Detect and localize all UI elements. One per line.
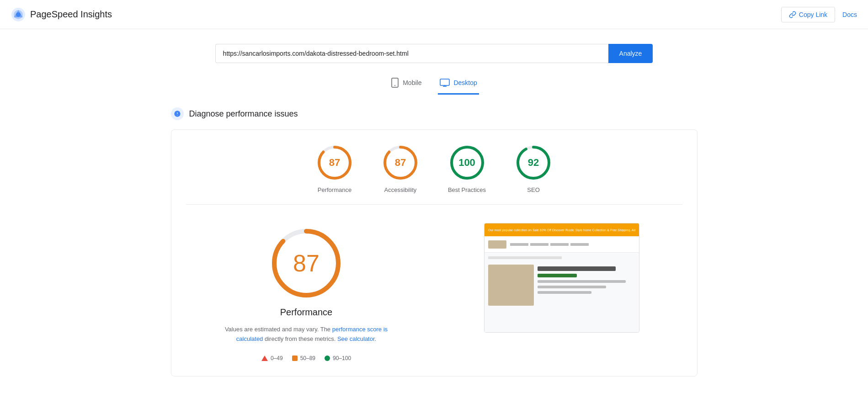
score-item-best-practices: 100 Best Practices (448, 144, 486, 193)
best-practices-label: Best Practices (448, 186, 486, 193)
svg-point-2 (16, 12, 21, 17)
analyze-button[interactable]: Analyze (608, 44, 653, 63)
performance-score-value: 87 (329, 157, 340, 169)
url-input[interactable]: https://sancarlosimports.com/dakota-dist… (215, 44, 608, 63)
bottom-section: 87 Performance Values are estimated and … (186, 219, 682, 361)
legend-item-red: 0–49 (261, 355, 283, 361)
screenshot-promo-bar: Our most popular collection on Sale 60% … (485, 223, 639, 236)
orange-square-icon (292, 356, 298, 361)
app-title: PageSpeed Insights (30, 9, 112, 20)
diagnose-header: Diagnose performance issues (171, 107, 698, 120)
legend-range-red: 0–49 (271, 355, 283, 361)
diagnose-icon (171, 107, 184, 120)
green-circle-icon (325, 356, 330, 361)
docs-link[interactable]: Docs (842, 11, 857, 18)
pagespeed-logo-icon (11, 7, 26, 22)
svg-rect-5 (440, 79, 449, 85)
screenshot-container: Our most popular collection on Sale 60% … (442, 219, 682, 361)
score-legend: 0–49 50–89 90–100 (261, 355, 351, 361)
score-item-seo: 92 SEO (515, 144, 552, 193)
large-performance-score: 87 (293, 249, 320, 277)
webpage-screenshot: Our most popular collection on Sale 60% … (484, 223, 639, 333)
desktop-icon (440, 79, 450, 87)
large-performance-circle: 87 (270, 227, 343, 300)
tab-desktop-label: Desktop (453, 79, 477, 86)
legend-range-orange: 50–89 (300, 355, 315, 361)
diagnose-title: Diagnose performance issues (189, 109, 298, 119)
accessibility-label: Accessibility (384, 186, 417, 193)
product-content-mock (488, 265, 635, 306)
score-item-performance: 87 Performance (316, 144, 353, 193)
seo-label: SEO (527, 186, 539, 193)
mobile-icon (391, 78, 399, 88)
header: PageSpeed Insights Copy Link Docs (0, 0, 868, 29)
copy-link-label: Copy Link (799, 11, 827, 18)
url-bar-container: https://sancarlosimports.com/dakota-dist… (171, 44, 698, 63)
tab-mobile-label: Mobile (403, 79, 421, 86)
legend-item-green: 90–100 (325, 355, 351, 361)
link-icon (789, 11, 796, 18)
scores-row: 87 Performance 87 Accessibility (186, 144, 682, 205)
legend-range-green: 90–100 (333, 355, 351, 361)
nav-links-mock (510, 243, 635, 246)
performance-detail-title: Performance (280, 307, 333, 318)
product-desc-mock-2 (538, 286, 606, 288)
site-logo-mock (488, 240, 506, 249)
performance-detail: 87 Performance Values are estimated and … (186, 219, 427, 361)
product-desc-mock-1 (538, 280, 626, 283)
screenshot-body (485, 253, 639, 333)
product-price-mock (538, 274, 577, 277)
scores-panel: 87 Performance 87 Accessibility (171, 129, 698, 377)
tab-mobile[interactable]: Mobile (389, 74, 423, 95)
red-triangle-icon (261, 356, 268, 361)
performance-note: Values are estimated and may vary. The p… (219, 325, 393, 344)
product-desc-mock-3 (538, 291, 591, 294)
logo-container: PageSpeed Insights (11, 7, 112, 22)
score-item-accessibility: 87 Accessibility (382, 144, 419, 193)
copy-link-button[interactable]: Copy Link (781, 7, 835, 22)
main-content: https://sancarlosimports.com/dakota-dist… (160, 29, 708, 391)
seo-score-value: 92 (528, 157, 539, 169)
product-image-mock (488, 265, 534, 306)
accessibility-score-value: 87 (395, 157, 406, 169)
info-icon (174, 110, 181, 117)
score-circle-best-practices: 100 (449, 144, 485, 181)
product-title-mock (538, 266, 616, 271)
tabs-container: Mobile Desktop (171, 74, 698, 95)
best-practices-score-value: 100 (458, 157, 475, 169)
product-text-mock (538, 265, 635, 306)
promo-text: Our most popular collection on Sale 60% … (488, 228, 635, 232)
score-circle-accessibility: 87 (382, 144, 419, 181)
header-actions: Copy Link Docs (781, 7, 857, 22)
screenshot-nav (485, 236, 639, 253)
breadcrumb-mock (488, 256, 562, 259)
score-circle-performance: 87 (316, 144, 353, 181)
performance-label: Performance (318, 186, 351, 193)
score-circle-seo: 92 (515, 144, 552, 181)
tab-desktop[interactable]: Desktop (438, 74, 479, 95)
legend-item-orange: 50–89 (292, 355, 315, 361)
calculator-link[interactable]: See calculator. (337, 335, 376, 342)
